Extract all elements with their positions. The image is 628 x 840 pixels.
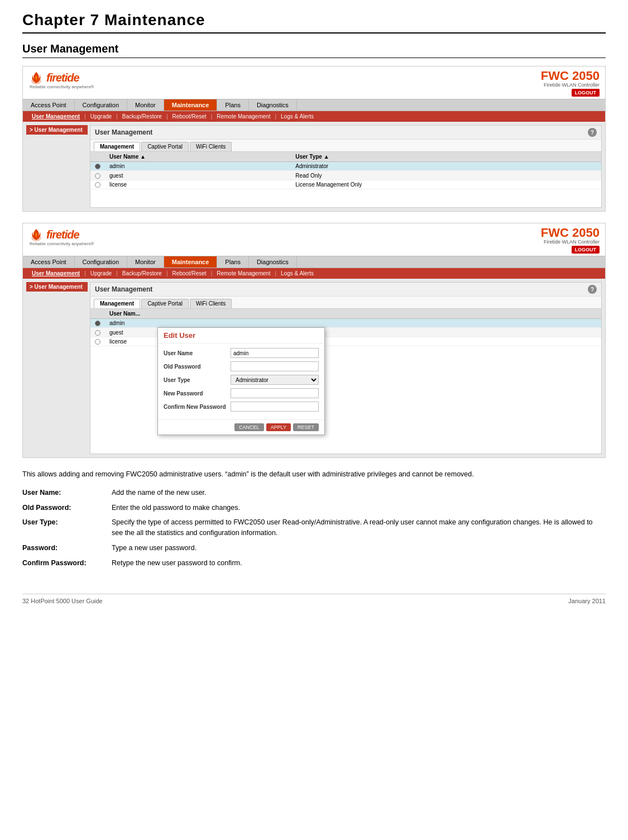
col-usertype-1[interactable]: User Type ▲ (291, 152, 601, 162)
subnav-remote-2[interactable]: Remote Management (212, 270, 275, 277)
tab-diagnostics-2[interactable]: Diagnostics (249, 256, 297, 268)
radio-guest-1[interactable] (90, 171, 105, 180)
tab-monitor-2[interactable]: Monitor (127, 256, 164, 268)
table-row[interactable]: admin (90, 319, 601, 328)
help-icon-2[interactable]: ? (588, 285, 597, 294)
flame-icon-1 (28, 70, 44, 85)
subnav-logs-1[interactable]: Logs & Alerts (276, 113, 318, 120)
subnav-reboot-1[interactable]: Reboot/Reset (167, 113, 210, 120)
reset-button[interactable]: RESET (293, 423, 319, 431)
tab-monitor-1[interactable]: Monitor (127, 99, 164, 111)
tab-maintenance-2[interactable]: Maintenance (164, 256, 218, 268)
desc-row-user-type: User Type: Specify the type of access pe… (22, 516, 606, 542)
subtab-management-1[interactable]: Management (94, 142, 140, 151)
input-new-password[interactable] (231, 388, 319, 398)
nav-tabs-1: Access Point Configuration Monitor Maint… (23, 99, 605, 111)
panel-container-2: > User Management User Management ? Mana… (23, 279, 605, 457)
panel-header-1: User Management ? (90, 126, 601, 140)
apply-button[interactable]: APPLY (266, 423, 291, 431)
subnav-logs-2[interactable]: Logs & Alerts (276, 270, 318, 277)
footer-right: January 2011 (568, 598, 606, 604)
tab-plans-2[interactable]: Plans (217, 256, 249, 268)
subtab-wifi-2[interactable]: WiFi Clients (190, 299, 232, 308)
sidebar-active-2[interactable]: > User Management (26, 282, 88, 292)
input-confirm-password[interactable] (231, 402, 319, 412)
desc-label-old-password: Old Password: (22, 502, 112, 517)
radio-admin-1[interactable] (90, 162, 105, 171)
desc-row-old-password: Old Password: Enter the old password to … (22, 502, 606, 517)
label-new-password: New Password (164, 390, 231, 397)
subtab-management-2[interactable]: Management (94, 299, 140, 308)
nav-tabs-2: Access Point Configuration Monitor Maint… (23, 256, 605, 268)
chapter-title: Chapter 7 Maintenance (22, 11, 606, 34)
page-footer: 32 HotPoint 5000 User Guide January 2011 (22, 594, 606, 604)
firetide-logo-1: firetide Reliable connectivity anywhere® (28, 70, 94, 89)
fwc-model-1: FWC 2050 (541, 70, 600, 82)
logout-button-2[interactable]: LOGOUT (572, 246, 600, 254)
intro-paragraph: This allows adding and removing FWC2050 … (22, 469, 606, 480)
usertype-guest-1: Read Only (291, 171, 601, 180)
subtab-captive-1[interactable]: Captive Portal (141, 142, 189, 151)
tab-configuration-2[interactable]: Configuration (75, 256, 127, 268)
desc-content-username: Add the name of the new user. (112, 486, 606, 502)
sub-tabs-2: Management Captive Portal WiFi Clients (90, 297, 601, 309)
col-radio-2 (90, 309, 105, 319)
tagline-1: Reliable connectivity anywhere® (30, 84, 94, 89)
section-title: User Management (22, 42, 606, 58)
subnav-backup-2[interactable]: Backup/Restore (118, 270, 166, 277)
form-row-user-type: User Type Administrator Read Only (164, 375, 319, 385)
help-icon-1[interactable]: ? (588, 128, 597, 137)
subnav-upgrade-2[interactable]: Upgrade (86, 270, 116, 277)
subnav-remote-1[interactable]: Remote Management (212, 113, 275, 120)
table-row[interactable]: guest Read Only (90, 171, 601, 180)
col-username-2[interactable]: User Nam... (105, 309, 601, 319)
screenshot-1: firetide Reliable connectivity anywhere®… (22, 66, 606, 212)
username-admin-1: admin (105, 162, 291, 171)
panel-sidebar-2: > User Management (26, 282, 88, 454)
subtab-captive-2[interactable]: Captive Portal (141, 299, 189, 308)
tab-configuration-1[interactable]: Configuration (75, 99, 127, 111)
table-row[interactable]: license License Management Only (90, 180, 601, 189)
tab-diagnostics-1[interactable]: Diagnostics (249, 99, 297, 111)
edit-user-dialog: Edit User User Name Old Password User Ty… (157, 327, 325, 435)
select-user-type[interactable]: Administrator Read Only (231, 375, 319, 385)
username-license-1: license (105, 180, 291, 189)
desc-content-user-type: Specify the type of access permitted to … (112, 516, 606, 542)
form-row-old-password: Old Password (164, 361, 319, 371)
radio-license-2[interactable] (90, 337, 105, 346)
tab-maintenance-1[interactable]: Maintenance (164, 99, 218, 111)
input-old-password[interactable] (231, 361, 319, 371)
tab-access-point-1[interactable]: Access Point (23, 99, 75, 111)
subnav-reboot-2[interactable]: Reboot/Reset (167, 270, 210, 277)
logo-flame-1: firetide (28, 70, 79, 85)
tab-access-point-2[interactable]: Access Point (23, 256, 75, 268)
subtab-wifi-1[interactable]: WiFi Clients (190, 142, 232, 151)
col-username-1[interactable]: User Name ▲ (105, 152, 291, 162)
label-confirm-password: Confirm New Password (164, 404, 231, 410)
desc-content-confirm-password: Retype the new user password to confirm. (112, 557, 606, 572)
desc-label-username: User Name: (22, 486, 112, 502)
desc-content-password: Type a new user password. (112, 542, 606, 557)
sub-nav-2: User Management | Upgrade | Backup/Resto… (23, 268, 605, 279)
usertype-admin-1: Administrator (291, 162, 601, 171)
logout-button-1[interactable]: LOGOUT (572, 89, 600, 97)
fwc-brand-2: FWC 2050 Firetide WLAN Controller LOGOUT (541, 227, 600, 254)
screenshot-2: firetide Reliable connectivity anywhere®… (22, 223, 606, 458)
edit-dialog-title: Edit User (158, 328, 324, 343)
cancel-button[interactable]: CANCEL (234, 423, 264, 431)
radio-guest-2[interactable] (90, 328, 105, 337)
subnav-upgrade-1[interactable]: Upgrade (86, 113, 116, 120)
tab-plans-1[interactable]: Plans (217, 99, 249, 111)
subnav-backup-1[interactable]: Backup/Restore (118, 113, 166, 120)
flame-icon-2 (28, 227, 44, 242)
radio-admin-2[interactable] (90, 319, 105, 328)
desc-label-user-type: User Type: (22, 516, 112, 542)
fwc-subtitle-1: Firetide WLAN Controller (541, 82, 600, 88)
subnav-user-management-2[interactable]: User Management (27, 270, 84, 277)
input-username[interactable] (231, 348, 319, 358)
sidebar-active-1[interactable]: > User Management (26, 125, 88, 135)
table-row[interactable]: admin Administrator (90, 162, 601, 171)
panel-main-1: User Management ? Management Captive Por… (90, 125, 602, 208)
radio-license-1[interactable] (90, 180, 105, 189)
subnav-user-management-1[interactable]: User Management (27, 113, 84, 120)
